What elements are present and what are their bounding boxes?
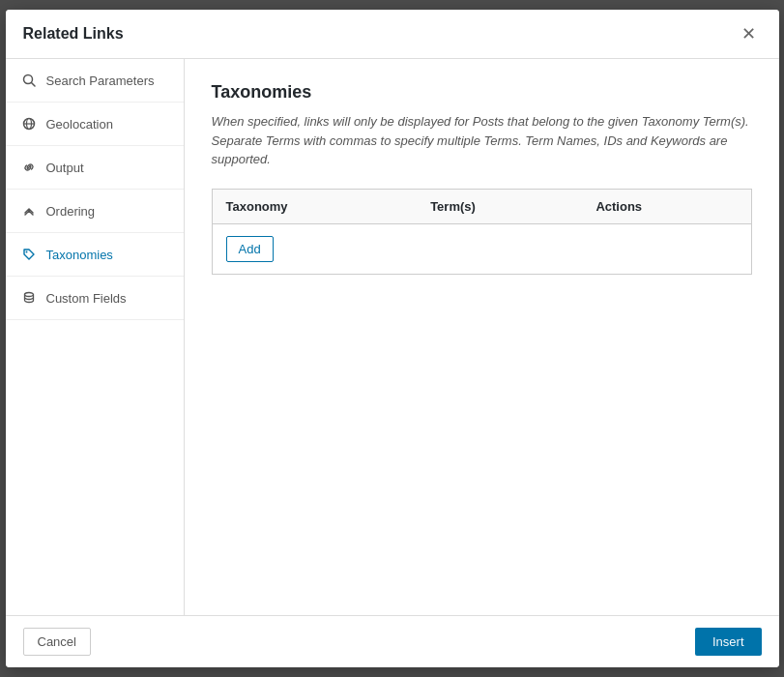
globe-icon bbox=[21, 116, 37, 132]
database-icon bbox=[21, 290, 37, 306]
link-icon bbox=[21, 160, 37, 175]
column-actions: Actions bbox=[582, 189, 751, 223]
sidebar-item-label: Geolocation bbox=[46, 117, 113, 132]
sidebar-item-taxonomies[interactable]: Taxonomies bbox=[6, 233, 184, 277]
modal-footer: Cancel Insert bbox=[6, 615, 779, 667]
close-button[interactable]: ✕ bbox=[736, 23, 762, 44]
modal-header: Related Links ✕ bbox=[6, 10, 779, 59]
sidebar-item-custom-fields[interactable]: Custom Fields bbox=[6, 277, 184, 320]
sidebar-item-output[interactable]: Output bbox=[6, 146, 184, 190]
ordering-icon bbox=[21, 203, 37, 219]
section-title: Taxonomies bbox=[212, 82, 752, 103]
taxonomy-table: Taxonomy Term(s) Actions Add bbox=[212, 189, 752, 275]
main-content: Taxonomies When specified, links will on… bbox=[185, 59, 779, 615]
add-button[interactable]: Add bbox=[226, 236, 274, 262]
table-header-row: Taxonomy Term(s) Actions bbox=[212, 189, 751, 223]
modal-title: Related Links bbox=[23, 25, 124, 43]
svg-line-1 bbox=[31, 83, 35, 87]
sidebar-item-label: Custom Fields bbox=[46, 291, 127, 306]
sidebar-item-label: Taxonomies bbox=[46, 248, 113, 262]
svg-point-5 bbox=[25, 251, 27, 253]
sidebar-item-label: Ordering bbox=[46, 204, 96, 219]
sidebar: Search Parameters Geolocation bbox=[6, 59, 185, 615]
modal-body: Search Parameters Geolocation bbox=[6, 59, 779, 615]
modal-dialog: Related Links ✕ Search Parameters bbox=[6, 10, 779, 667]
column-taxonomy: Taxonomy bbox=[212, 189, 417, 223]
sidebar-item-ordering[interactable]: Ordering bbox=[6, 190, 184, 233]
sidebar-item-search-parameters[interactable]: Search Parameters bbox=[6, 59, 184, 103]
cancel-button[interactable]: Cancel bbox=[23, 628, 91, 656]
sidebar-item-label: Output bbox=[46, 161, 84, 175]
search-icon bbox=[21, 73, 37, 88]
column-terms: Term(s) bbox=[417, 189, 582, 223]
modal-overlay: Related Links ✕ Search Parameters bbox=[0, 0, 784, 677]
tag-icon bbox=[21, 247, 37, 262]
svg-point-6 bbox=[24, 293, 33, 297]
insert-button[interactable]: Insert bbox=[695, 628, 762, 656]
table-add-row: Add bbox=[212, 223, 751, 274]
sidebar-item-label: Search Parameters bbox=[46, 74, 155, 88]
add-row-cell: Add bbox=[212, 223, 751, 274]
section-description: When specified, links will only be displ… bbox=[212, 112, 752, 169]
sidebar-item-geolocation[interactable]: Geolocation bbox=[6, 103, 184, 146]
